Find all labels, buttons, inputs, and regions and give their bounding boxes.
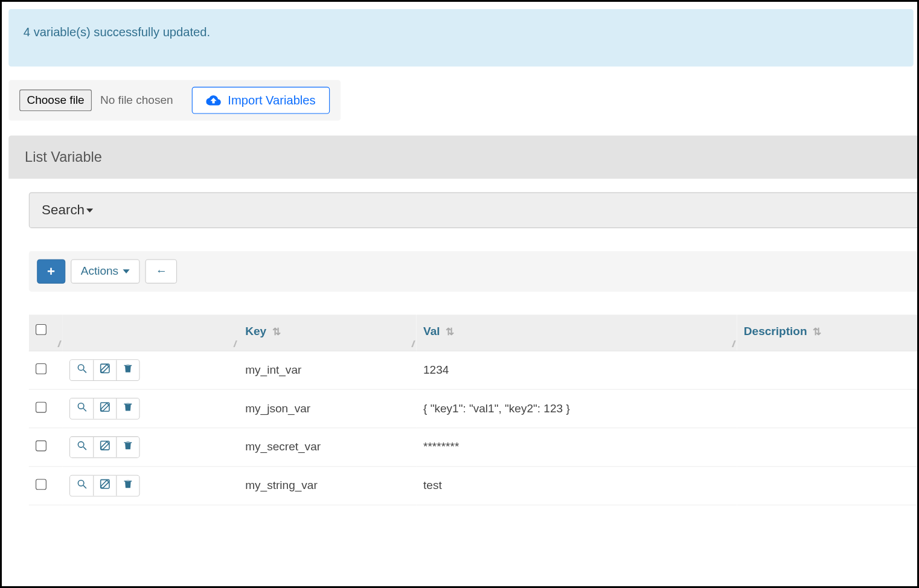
svg-line-10 xyxy=(83,485,86,488)
resize-handle-icon[interactable]: // xyxy=(234,339,234,350)
sort-icon: ⇅ xyxy=(813,325,822,337)
table-row: my_json_var{ "key1": "val1", "key2": 123… xyxy=(29,389,919,428)
delete-row-button[interactable] xyxy=(116,398,139,419)
actions-dropdown[interactable]: Actions xyxy=(71,259,140,283)
search-label: Search xyxy=(42,202,85,218)
table-row: my_secret_var******** xyxy=(29,428,919,467)
file-chosen-status: No file chosen xyxy=(100,94,173,106)
svg-point-3 xyxy=(78,403,84,409)
resize-handle-icon[interactable]: // xyxy=(58,339,59,350)
row-checkbox[interactable] xyxy=(36,363,46,374)
import-variables-label: Import Variables xyxy=(228,93,315,107)
variables-table: // // Key ⇅ // Val ⇅ // xyxy=(29,315,919,505)
sort-icon: ⇅ xyxy=(272,325,281,337)
svg-line-7 xyxy=(83,447,86,450)
search-dropdown[interactable]: Search xyxy=(29,193,919,228)
svg-line-1 xyxy=(83,370,86,373)
search-icon xyxy=(76,363,88,378)
cell-val: test xyxy=(417,467,737,505)
svg-point-0 xyxy=(78,365,84,371)
row-checkbox[interactable] xyxy=(36,440,46,451)
cell-description xyxy=(737,428,919,467)
list-toolbar: + Actions ← xyxy=(29,251,919,292)
col-key-label: Key xyxy=(245,324,266,337)
resize-handle-icon[interactable]: // xyxy=(412,339,412,350)
edit-icon xyxy=(99,478,110,493)
col-description-label: Description xyxy=(744,324,807,337)
alert-text: 4 variable(s) successfully updated. xyxy=(24,25,210,39)
view-row-button[interactable] xyxy=(70,476,93,496)
view-row-button[interactable] xyxy=(70,437,93,458)
cell-key: my_int_var xyxy=(239,351,417,389)
cell-key: my_secret_var xyxy=(239,428,417,467)
trash-icon xyxy=(122,363,133,378)
cell-description xyxy=(737,351,919,389)
row-checkbox[interactable] xyxy=(36,479,46,490)
add-button[interactable]: + xyxy=(37,259,65,283)
svg-line-4 xyxy=(83,409,86,412)
cell-val: 1234 xyxy=(417,351,737,389)
cell-key: my_json_var xyxy=(239,389,417,428)
col-key-header[interactable]: Key ⇅ // xyxy=(239,315,417,351)
edit-row-button[interactable] xyxy=(93,360,116,380)
table-row: my_int_var1234 xyxy=(29,351,919,389)
search-icon xyxy=(76,439,88,455)
col-val-header[interactable]: Val ⇅ // xyxy=(417,315,737,351)
success-alert: 4 variable(s) successfully updated. xyxy=(8,9,914,66)
delete-row-button[interactable] xyxy=(116,476,139,496)
col-select-all: // xyxy=(29,315,63,351)
col-val-label: Val xyxy=(423,324,440,337)
table-row: my_string_vartest xyxy=(29,467,919,505)
upload-panel: Choose file No file chosen Import Variab… xyxy=(8,80,341,121)
view-row-button[interactable] xyxy=(70,360,93,380)
sort-icon: ⇅ xyxy=(446,325,455,337)
cell-key: my_string_var xyxy=(239,467,417,505)
view-row-button[interactable] xyxy=(70,398,93,419)
panel-title: List Variable xyxy=(8,135,919,179)
row-checkbox[interactable] xyxy=(36,401,46,412)
svg-point-6 xyxy=(78,442,84,448)
select-all-checkbox[interactable] xyxy=(36,324,46,335)
cell-description xyxy=(737,389,919,428)
caret-down-icon xyxy=(123,269,130,273)
col-description-header[interactable]: Description ⇅ xyxy=(737,315,919,351)
trash-icon xyxy=(122,401,133,417)
cell-val: ******** xyxy=(417,428,737,467)
trash-icon xyxy=(122,439,133,455)
search-icon xyxy=(76,478,88,493)
cell-description xyxy=(737,467,919,505)
edit-row-button[interactable] xyxy=(93,398,116,419)
cell-val: { "key1": "val1", "key2": 123 } xyxy=(417,389,737,428)
choose-file-button[interactable]: Choose file xyxy=(19,89,92,111)
edit-row-button[interactable] xyxy=(93,476,116,496)
edit-row-button[interactable] xyxy=(93,437,116,458)
back-button[interactable]: ← xyxy=(146,259,178,283)
list-variable-panel: List Variable Search + Actions ← // xyxy=(8,135,919,505)
edit-icon xyxy=(99,439,110,455)
import-variables-button[interactable]: Import Variables xyxy=(192,87,330,114)
cloud-upload-icon xyxy=(207,93,222,108)
resize-handle-icon[interactable]: // xyxy=(732,339,733,350)
edit-icon xyxy=(99,401,110,417)
delete-row-button[interactable] xyxy=(116,360,139,380)
actions-label: Actions xyxy=(81,264,118,278)
search-icon xyxy=(76,401,88,417)
svg-point-9 xyxy=(78,480,84,486)
delete-row-button[interactable] xyxy=(116,437,139,458)
caret-down-icon xyxy=(86,208,93,213)
trash-icon xyxy=(122,478,133,493)
edit-icon xyxy=(99,363,110,378)
col-actions: // xyxy=(63,315,239,351)
